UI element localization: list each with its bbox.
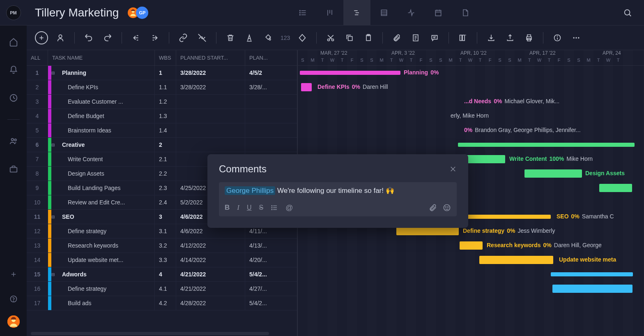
gantt-bar[interactable] <box>301 83 312 91</box>
gantt-bar[interactable] <box>479 256 553 264</box>
undo-icon[interactable] <box>82 31 95 44</box>
view-list-icon[interactable] <box>289 0 316 25</box>
comment-icon[interactable] <box>428 31 441 44</box>
svg-point-68 <box>578 37 580 38</box>
gantt-bar[interactable] <box>300 71 400 75</box>
outdent-icon[interactable] <box>129 31 143 44</box>
briefcase-icon[interactable] <box>5 161 22 177</box>
copy-icon[interactable] <box>343 31 356 44</box>
table-row[interactable]: 14 Update website met... 3.3 4/14/2022 4… <box>27 253 297 267</box>
avatar-initials[interactable]: GP <box>136 7 148 19</box>
col-wbs[interactable]: WBS <box>155 50 176 65</box>
gantt-bar[interactable] <box>599 184 632 192</box>
indent-icon[interactable] <box>148 31 161 44</box>
table-row[interactable]: 15 ⊟ Adwords 4 4/21/2022 5/4/2... <box>27 267 297 282</box>
col-plan[interactable]: PLAN... <box>245 50 294 65</box>
view-board-icon[interactable] <box>316 0 343 25</box>
strike-icon[interactable]: S <box>259 204 264 211</box>
gantt-bar[interactable] <box>524 169 582 178</box>
collapse-icon[interactable]: ⊟ <box>51 272 58 277</box>
view-activity-icon[interactable] <box>398 0 425 25</box>
delete-icon[interactable] <box>224 31 237 44</box>
gantt-bar[interactable] <box>551 272 633 276</box>
gantt-row[interactable]: ...d Needs0%Michael Glover, Mik... <box>298 95 644 109</box>
attach-icon[interactable] <box>429 204 437 212</box>
mention-icon[interactable]: @ <box>285 204 293 212</box>
notes-icon[interactable] <box>409 31 422 44</box>
milestone-icon[interactable] <box>296 31 309 44</box>
col-start[interactable]: PLANNED START... <box>176 50 245 65</box>
collapse-icon[interactable]: ⊟ <box>51 215 58 219</box>
clock-icon[interactable] <box>5 90 22 106</box>
table-row[interactable]: 13 Research keywords 3.2 4/12/2022 4/13/… <box>27 239 297 253</box>
help-icon[interactable] <box>5 291 22 307</box>
col-name[interactable]: TASK NAME <box>48 50 155 65</box>
paste-icon[interactable] <box>362 31 375 44</box>
export-icon[interactable] <box>504 31 517 44</box>
close-icon[interactable] <box>449 165 457 173</box>
plus-icon[interactable] <box>5 266 22 283</box>
table-row[interactable]: 1 ⊟ Planning 1 3/28/2022 4/5/2 <box>27 66 297 80</box>
gantt-row[interactable]: Planning0% <box>298 66 644 80</box>
gantt-row[interactable]: 0%Brandon Gray, George Phillips, Jennife… <box>298 123 644 138</box>
bold-icon[interactable]: B <box>225 204 230 212</box>
gantt-bar[interactable] <box>396 227 459 235</box>
table-row[interactable]: 2 Define KPIs 1.1 3/28/2022 3/28/... <box>27 80 297 95</box>
collapse-icon[interactable]: ⊟ <box>51 143 58 147</box>
table-row[interactable]: 17 Build ads 4.2 4/28/2022 5/4/2... <box>27 296 297 311</box>
more-icon[interactable] <box>570 31 583 44</box>
info-icon[interactable] <box>551 31 564 44</box>
gantt-row[interactable] <box>298 138 644 152</box>
task-name: Define strategy <box>51 228 106 234</box>
gantt-row[interactable]: Define KPIs0%Daren Hill <box>298 80 644 95</box>
gantt-bar[interactable] <box>552 285 632 293</box>
underline-icon[interactable]: U <box>247 204 252 211</box>
comment-input[interactable]: George Phillips We're following our time… <box>219 182 457 216</box>
gantt-bar[interactable] <box>458 143 635 147</box>
list-icon[interactable] <box>271 204 278 211</box>
color-icon[interactable] <box>262 31 275 44</box>
print-icon[interactable] <box>522 31 536 44</box>
unlink-icon[interactable] <box>196 31 209 44</box>
view-sheet-icon[interactable] <box>370 0 398 25</box>
view-gantt-icon[interactable] <box>343 0 370 25</box>
gantt-row[interactable]: Research keywords0%Daren Hill, George <box>298 239 644 253</box>
user-avatar[interactable] <box>7 315 20 328</box>
gantt-bar[interactable] <box>460 241 483 250</box>
font-icon[interactable] <box>243 31 256 44</box>
table-row[interactable]: 6 ⊟ Creative 2 <box>27 138 297 152</box>
gantt-row[interactable] <box>298 282 644 296</box>
table-row[interactable]: 3 Evaluate Customer ... 1.2 <box>27 95 297 109</box>
link-icon[interactable] <box>177 31 190 44</box>
search-icon[interactable] <box>619 5 636 21</box>
collaborator-avatars[interactable]: GP <box>127 7 148 19</box>
import-icon[interactable] <box>485 31 498 44</box>
app-logo[interactable]: PM <box>6 5 21 20</box>
bell-icon[interactable] <box>5 62 22 78</box>
col-all[interactable]: ALL <box>27 50 48 65</box>
add-button[interactable] <box>35 31 48 44</box>
table-row[interactable]: 16 Define strategy 4.1 4/21/2022 4/27/..… <box>27 282 297 296</box>
people-icon[interactable] <box>5 133 22 149</box>
table-row[interactable]: 5 Brainstorm Ideas 1.4 <box>27 123 297 138</box>
attachment-icon[interactable] <box>390 31 403 44</box>
gantt-row[interactable]: Update website meta <box>298 253 644 267</box>
table-row[interactable]: 4 Define Budget 1.3 <box>27 109 297 123</box>
gantt-row[interactable] <box>298 267 644 282</box>
horizontal-scrollbar[interactable] <box>31 332 269 335</box>
view-file-icon[interactable] <box>452 0 479 25</box>
columns-icon[interactable] <box>456 31 469 44</box>
gantt-row[interactable]: erly, Mike Horn <box>298 109 644 123</box>
redo-icon[interactable] <box>101 31 114 44</box>
number-label[interactable]: 123 <box>281 35 290 41</box>
assign-icon[interactable] <box>54 31 67 44</box>
cut-icon[interactable] <box>324 31 337 44</box>
day-label: W <box>603 58 613 65</box>
italic-icon[interactable]: I <box>237 204 239 212</box>
mention-chip[interactable]: George Phillips <box>225 186 275 195</box>
view-calendar-icon[interactable] <box>425 0 452 25</box>
emoji-icon[interactable] <box>443 204 451 212</box>
gantt-row[interactable] <box>298 296 644 311</box>
collapse-icon[interactable]: ⊟ <box>51 71 58 75</box>
home-icon[interactable] <box>5 34 22 50</box>
